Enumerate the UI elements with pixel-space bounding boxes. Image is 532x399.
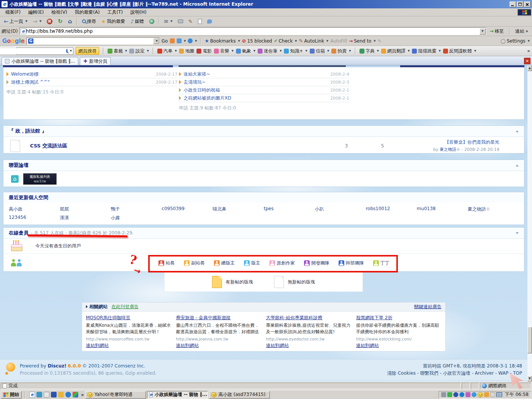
- print-button[interactable]: [176, 18, 185, 24]
- favorites-button[interactable]: ★ 我的最愛: [99, 17, 128, 26]
- yahoo-more-button[interactable]: »: [527, 48, 530, 54]
- google-search-dropdown[interactable]: ▼: [153, 38, 159, 44]
- thread-link[interactable]: 送給大家搭~: [184, 71, 328, 78]
- taskbar-task-forum[interactable]: e 小政娛樂論壇 -- 寵物 ‖...: [147, 391, 208, 399]
- user-space-link[interactable]: 喵北鼻: [213, 206, 264, 212]
- tab-active[interactable]: 小政娛樂論壇 -- 寵物 ‖遊戲 ‖...: [2, 57, 78, 65]
- user-space-link[interactable]: 高小政: [9, 206, 60, 212]
- yahoo-antispyware-button[interactable]: 反間諜軟體▼: [443, 48, 476, 54]
- contact-us-link[interactable]: 聯繫我們: [420, 370, 439, 376]
- user-space-link[interactable]: c0950399: [162, 206, 213, 212]
- user-space-link[interactable]: 鴨子: [111, 206, 162, 212]
- user-space-link[interactable]: 夏之物語☆: [468, 206, 519, 212]
- google-autolink-button[interactable]: ✎ AutoLink▼: [299, 38, 328, 44]
- google-search-input[interactable]: [35, 38, 153, 44]
- document-button[interactable]: [196, 18, 204, 25]
- yahoo-minipen-button[interactable]: 迷你筆▼: [258, 48, 282, 54]
- home-button[interactable]: ⌂: [66, 17, 74, 26]
- mail-button[interactable]: ✉ ▼: [162, 17, 175, 25]
- user-space-link[interactable]: tpes: [264, 206, 315, 212]
- yahoo-knowledge-button[interactable]: 知識+▼: [284, 48, 307, 54]
- user-space-link[interactable]: 小趴: [315, 206, 366, 212]
- menu-tools[interactable]: 工具(T): [103, 8, 127, 16]
- yahoo-weather-button[interactable]: 氣象▼: [236, 48, 255, 54]
- collapse-icon[interactable]: [516, 130, 519, 132]
- ad-title-link[interactable]: MOSOR馬仕得咖啡豆: [86, 315, 171, 321]
- scrollbar-thumb[interactable]: [527, 327, 532, 353]
- scroll-down-button[interactable]: ▼: [527, 376, 532, 382]
- user-space-link[interactable]: robs10012: [366, 206, 416, 212]
- tray-icon-help[interactable]: [472, 392, 477, 397]
- google-highlight-button[interactable]: ✎: [378, 38, 382, 44]
- yahoo-search-input[interactable]: [0, 48, 65, 54]
- user-space-link[interactable]: 屁屁: [60, 206, 111, 212]
- discuz-link[interactable]: Discuz!: [48, 363, 66, 369]
- lastpost-author-link[interactable]: 夏之物語☆: [440, 147, 460, 152]
- messenger-shortcut-icon[interactable]: [51, 392, 57, 397]
- quicklaunch-overflow-chevron[interactable]: »: [81, 392, 84, 397]
- thread-link[interactable]: 小政生日時的祝福: [184, 87, 328, 93]
- ad-visit-link[interactable]: 連結到網站: [176, 343, 199, 348]
- back-dropdown-icon[interactable]: ▼: [25, 20, 27, 23]
- edit-button[interactable]: ✎: [186, 17, 195, 25]
- thread-link[interactable]: 游標上傳測試 ^^": [11, 79, 154, 86]
- thread-link[interactable]: Welome游標: [11, 71, 154, 78]
- yahoo-maps-button[interactable]: 地圖: [179, 48, 194, 54]
- yahoo-movies-button[interactable]: 電影: [196, 48, 212, 54]
- mail-dropdown-icon[interactable]: ▼: [170, 20, 172, 23]
- yahoo-settings-button[interactable]: 設定▼: [129, 48, 149, 54]
- media-button[interactable]: ♪ 媒體: [128, 17, 146, 26]
- yahoo-popup-blocker-button[interactable]: 阻擋跳窗▼: [412, 48, 440, 54]
- collapse-icon[interactable]: [516, 165, 519, 166]
- user-space-link[interactable]: 漢漢: [60, 215, 111, 221]
- ad-visit-link[interactable]: 連結到網站: [356, 343, 379, 348]
- menu-favorites[interactable]: 我的最愛(A): [71, 8, 104, 16]
- ad-title-link[interactable]: 喬安旅遊 - 金典中國新遊蹤: [176, 315, 261, 321]
- opera-shortcut-icon[interactable]: [65, 392, 71, 397]
- wap-link[interactable]: WAP: [498, 370, 508, 376]
- yahoo-bookmarks-button[interactable]: 書籤▼: [108, 48, 127, 54]
- section-title[interactable]: 聯盟論壇: [9, 162, 28, 169]
- search-button[interactable]: 搜尋: [80, 17, 98, 26]
- yahoo-auction-button[interactable]: 拍賣▼: [331, 48, 351, 54]
- publish-ad-link[interactable]: 在此刊登廣告: [111, 304, 139, 310]
- top-link[interactable]: TOP: [513, 370, 522, 376]
- menu-edit[interactable]: 編輯(E): [24, 8, 48, 16]
- discuss-button[interactable]: [205, 18, 214, 25]
- tab-close-button[interactable]: ✕: [524, 58, 530, 64]
- google-settings-button[interactable]: ◯ Settings▼: [500, 38, 530, 44]
- tray-icon-orange[interactable]: [484, 392, 489, 397]
- taskbar-task-messenger-chat[interactable]: 高小政 (asd7374415): [209, 391, 270, 399]
- links-button[interactable]: 連結 »: [513, 27, 530, 36]
- refresh-button[interactable]: ↻: [55, 17, 65, 26]
- address-dropdown-button[interactable]: ▼: [480, 28, 486, 35]
- user-space-link[interactable]: 123456: [9, 215, 60, 221]
- mail-shortcut-icon[interactable]: [44, 392, 49, 397]
- ad-visit-link[interactable]: 連結到網站: [86, 343, 109, 348]
- back-button[interactable]: ← 上一頁 ▼: [2, 17, 30, 26]
- desktop-icon[interactable]: [36, 392, 42, 397]
- scroll-up-button[interactable]: ▲: [527, 65, 532, 71]
- close-button[interactable]: [524, 2, 530, 7]
- maximize-button[interactable]: [517, 2, 523, 7]
- tray-icon-purple[interactable]: [466, 392, 470, 397]
- section-title[interactable]: 『 政，語法館 』: [9, 128, 47, 135]
- google-sendto-button[interactable]: → Send to▼: [349, 38, 376, 44]
- board-link[interactable]: CSS 交流語法區: [30, 142, 326, 149]
- stop-button[interactable]: [44, 17, 55, 25]
- clear-cookies-link[interactable]: 清除 Cookies: [387, 370, 416, 376]
- menu-help[interactable]: 說明(H): [127, 8, 150, 16]
- go-button[interactable]: → 移至: [488, 27, 506, 36]
- yahoo-mailbox-button[interactable]: 信箱▼: [310, 48, 329, 54]
- ie-quicklaunch-icon[interactable]: e: [29, 392, 35, 397]
- new-tab-button[interactable]: ✚ 新增分頁: [80, 57, 111, 65]
- tray-messenger-icon[interactable]: [478, 392, 483, 397]
- minimize-button[interactable]: [510, 2, 516, 7]
- app-shortcut-icon[interactable]: [73, 392, 78, 397]
- tray-icon-green[interactable]: [447, 392, 452, 397]
- user-space-link[interactable]: mu0138: [417, 206, 468, 212]
- lastpost-title-link[interactable]: 【音樂盒】你們是我的星光: [445, 139, 499, 145]
- thread-link[interactable]: 之前網站被抓的圖片XD: [184, 95, 328, 101]
- history-button[interactable]: [147, 18, 157, 25]
- google-popup-blocked[interactable]: ⊘ 15 blocked: [242, 38, 272, 44]
